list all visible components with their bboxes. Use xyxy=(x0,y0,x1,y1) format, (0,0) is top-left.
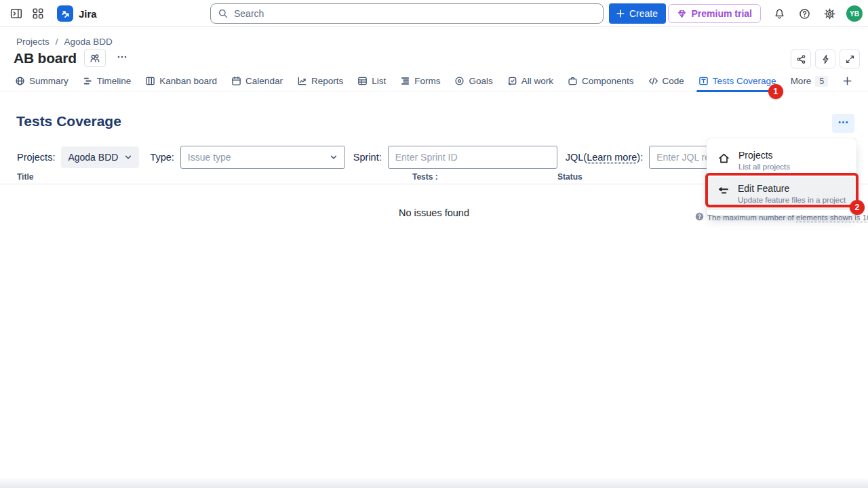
jira-home-link[interactable]: Jira xyxy=(57,5,97,22)
tab-calendar[interactable]: Calendar xyxy=(231,70,283,92)
chevron-down-icon xyxy=(330,153,338,161)
settings-icon xyxy=(824,8,835,20)
menu-item-edit-feature[interactable]: Edit Feature Update feature files in a p… xyxy=(707,177,856,210)
create-button[interactable]: Create xyxy=(609,3,666,24)
breadcrumb-agoda-bdd[interactable]: Agoda BDD xyxy=(64,37,113,47)
column-header-tests: Tests : xyxy=(412,172,438,182)
jql-filter-label: JQL(Learn more): xyxy=(566,152,643,163)
menu-item-subtitle: List all projects xyxy=(738,163,790,171)
tab-list[interactable]: List xyxy=(357,70,386,92)
more-horizontal-icon xyxy=(117,52,127,64)
breadcrumb-projects[interactable]: Projects xyxy=(16,37,50,47)
search-icon xyxy=(218,8,229,19)
column-header-title: Title xyxy=(17,172,33,182)
menu-item-title: Edit Feature xyxy=(738,183,846,194)
premium-gem-icon xyxy=(677,9,687,19)
tab-label: Components xyxy=(582,76,634,86)
help-icon xyxy=(799,8,810,20)
board-tabs: Summary Timeline Kanban board Calendar R… xyxy=(0,70,868,92)
search-input[interactable] xyxy=(234,8,596,19)
app-switcher-button[interactable] xyxy=(27,3,49,24)
jql-label-prefix: JQL( xyxy=(566,152,587,163)
breadcrumb: Projects / Agoda BDD xyxy=(16,37,113,47)
sidebar-toggle-button[interactable] xyxy=(5,3,27,24)
bottom-fade xyxy=(0,477,868,488)
timeline-icon xyxy=(83,76,93,86)
annotation-step-2-badge: 2 xyxy=(850,200,865,215)
jql-learn-more-link[interactable]: Learn more xyxy=(587,152,637,163)
settings-button[interactable] xyxy=(818,3,840,24)
topbar-left: Jira xyxy=(5,0,97,27)
forms-icon xyxy=(400,76,410,86)
issue-type-placeholder: Issue type xyxy=(188,152,231,163)
note-text: The maximum number of xyxy=(707,214,796,222)
board-actions xyxy=(791,49,860,68)
tab-all-work[interactable]: All work xyxy=(507,70,553,92)
jql-label-suffix: ): xyxy=(637,152,643,163)
menu-item-title: Projects xyxy=(738,150,790,161)
tab-label: Code xyxy=(663,76,684,86)
tab-label: All work xyxy=(521,76,553,86)
help-button[interactable] xyxy=(793,3,815,24)
share-icon xyxy=(796,54,806,64)
globe-icon xyxy=(15,76,25,86)
automation-button[interactable] xyxy=(815,49,835,68)
board-title-row: AB board xyxy=(14,49,131,67)
breadcrumb-separator: / xyxy=(56,37,58,47)
user-avatar[interactable]: YB xyxy=(846,5,863,22)
calendar-icon xyxy=(231,76,241,86)
notifications-button[interactable] xyxy=(768,3,790,24)
tab-summary[interactable]: Summary xyxy=(15,70,68,92)
board-members-button[interactable] xyxy=(84,49,106,67)
tab-tests-coverage[interactable]: Tests Coverage 1 xyxy=(698,70,776,92)
premium-trial-button[interactable]: Premium trial xyxy=(668,4,761,23)
app-name: Jira xyxy=(79,8,97,20)
fullscreen-icon xyxy=(845,54,855,64)
filters-row: Projects: Agoda BDD Type: Issue type Spr… xyxy=(17,146,793,169)
share-button[interactable] xyxy=(791,49,811,68)
sprint-id-input[interactable] xyxy=(388,146,557,169)
projects-filter-dropdown[interactable]: Agoda BDD xyxy=(61,146,139,168)
code-icon xyxy=(648,76,658,86)
plus-icon xyxy=(842,76,852,86)
menu-item-subtitle: Update feature files in a project xyxy=(738,196,846,204)
home-icon xyxy=(717,152,730,165)
tab-label: Calendar xyxy=(245,76,283,86)
tab-components[interactable]: Components xyxy=(568,70,634,92)
issue-type-select[interactable]: Issue type xyxy=(180,146,345,169)
add-tab-button[interactable] xyxy=(842,70,852,92)
info-icon xyxy=(695,212,704,222)
max-elements-note: The maximum number of elements shown is … xyxy=(695,212,868,222)
plus-icon xyxy=(616,9,625,18)
chevron-down-icon xyxy=(124,153,132,161)
goals-icon xyxy=(454,76,465,86)
fullscreen-button[interactable] xyxy=(840,49,860,68)
reports-icon xyxy=(297,76,307,86)
tab-label: Tests Coverage xyxy=(713,76,776,86)
projects-filter-label: Projects: xyxy=(17,152,55,163)
global-search[interactable] xyxy=(210,3,604,24)
board-more-button[interactable] xyxy=(113,50,131,66)
more-count-badge: 5 xyxy=(815,76,828,87)
menu-item-projects[interactable]: Projects List all projects xyxy=(707,144,856,177)
create-button-label: Create xyxy=(629,8,658,19)
projects-filter-value: Agoda BDD xyxy=(68,152,118,163)
tab-kanban-board[interactable]: Kanban board xyxy=(145,70,217,92)
sidebar-toggle-icon xyxy=(10,7,22,20)
tab-timeline[interactable]: Timeline xyxy=(83,70,132,92)
more-tab-label: More xyxy=(791,76,812,86)
tab-label: Goals xyxy=(469,76,492,86)
page-title: Tests Coverage xyxy=(16,113,121,129)
list-icon xyxy=(357,76,368,86)
page-more-options-button[interactable] xyxy=(832,114,854,133)
all-work-icon xyxy=(507,76,517,86)
tab-goals[interactable]: Goals xyxy=(454,70,492,92)
tab-more[interactable]: More 5 xyxy=(791,70,828,92)
tab-code[interactable]: Code xyxy=(648,70,684,92)
tab-forms[interactable]: Forms xyxy=(400,70,440,92)
avatar-initials: YB xyxy=(850,10,859,18)
more-horizontal-icon xyxy=(837,117,849,130)
tab-label: Forms xyxy=(414,76,440,86)
tab-reports[interactable]: Reports xyxy=(297,70,343,92)
board-title: AB board xyxy=(14,50,77,66)
